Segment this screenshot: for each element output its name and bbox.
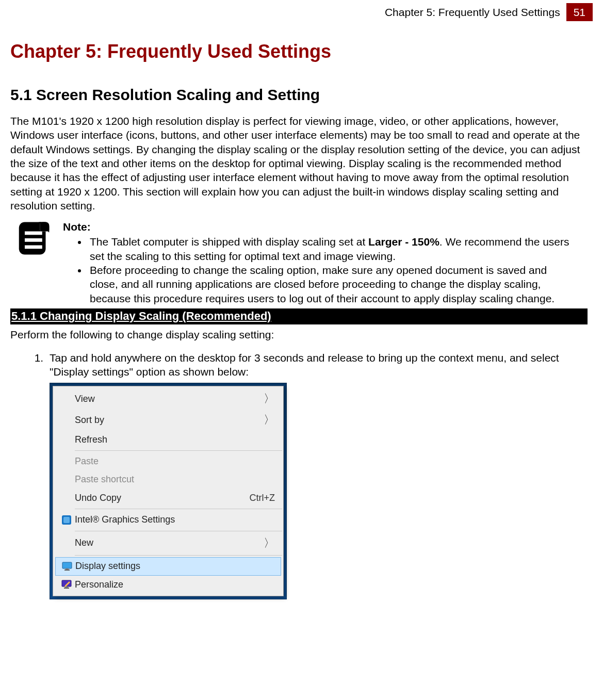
note-item: Before proceeding to change the scaling … [88, 263, 572, 305]
menu-separator [75, 450, 282, 451]
chapter-title: Chapter 5: Frequently Used Settings [10, 40, 593, 64]
menu-item-paste-shortcut: Paste shortcut [54, 470, 282, 489]
steps-list: Tap and hold anywhere on the desktop for… [10, 351, 593, 599]
note-item: The Tablet computer is shipped with disp… [88, 235, 572, 263]
menu-item-intel-graphics[interactable]: Intel® Graphics Settings [54, 511, 282, 529]
menu-shortcut: Ctrl+Z [250, 492, 275, 504]
subsection-title: 5.1.1 Changing Display Scaling (Recommen… [10, 308, 588, 324]
section-intro: The M101's 1920 x 1200 high resolution d… [10, 114, 593, 213]
section-title: 5.1 Screen Resolution Scaling and Settin… [10, 85, 593, 105]
svg-rect-7 [66, 568, 69, 569]
svg-rect-10 [65, 587, 68, 588]
note-icon [15, 220, 53, 257]
menu-separator [75, 509, 282, 509]
context-menu: View 〉 Sort by 〉 Refresh [53, 386, 284, 596]
context-menu-screenshot: View 〉 Sort by 〉 Refresh [50, 383, 287, 599]
note-block: Note: The Tablet computer is shipped wit… [10, 220, 593, 305]
svg-rect-2 [25, 238, 42, 242]
menu-item-display-settings[interactable]: Display settings [55, 557, 281, 575]
running-title: Chapter 5: Frequently Used Settings [385, 5, 560, 19]
menu-separator [75, 531, 282, 531]
menu-separator [75, 555, 282, 556]
chevron-right-icon: 〉 [264, 536, 275, 551]
menu-item-new[interactable]: New 〉 [54, 533, 282, 554]
note-body: Note: The Tablet computer is shipped wit… [63, 220, 593, 305]
chevron-right-icon: 〉 [264, 413, 275, 428]
menu-item-personalize[interactable]: Personalize [54, 576, 282, 594]
svg-rect-1 [25, 232, 42, 235]
step-item: Tap and hold anywhere on the desktop for… [46, 351, 593, 599]
intel-icon [58, 515, 75, 525]
chevron-right-icon: 〉 [264, 392, 275, 406]
svg-rect-3 [25, 246, 42, 249]
document-page: Chapter 5: Frequently Used Settings 51 C… [0, 0, 603, 610]
display-icon [59, 562, 75, 571]
menu-item-undo-copy[interactable]: Undo Copy Ctrl+Z [54, 489, 282, 507]
svg-rect-6 [62, 562, 72, 568]
menu-item-paste: Paste [54, 452, 282, 470]
svg-rect-5 [63, 517, 70, 523]
svg-rect-11 [64, 588, 69, 589]
note-list: The Tablet computer is shipped with disp… [63, 235, 572, 305]
svg-rect-8 [64, 569, 70, 571]
personalize-icon [58, 580, 75, 589]
menu-item-view[interactable]: View 〉 [54, 388, 282, 410]
menu-item-refresh[interactable]: Refresh [54, 431, 282, 449]
note-label: Note: [63, 220, 572, 234]
menu-item-sort-by[interactable]: Sort by 〉 [54, 410, 282, 431]
page-number: 51 [566, 3, 593, 21]
subsection-intro: Perform the following to change display … [10, 328, 593, 341]
page-header: Chapter 5: Frequently Used Settings 51 [10, 0, 593, 24]
